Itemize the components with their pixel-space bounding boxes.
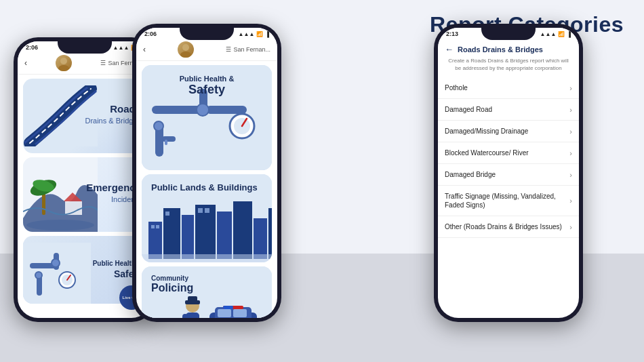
svg-point-26 [197, 104, 209, 116]
back-button-1[interactable]: ‹ [24, 58, 27, 68]
chevron-other: › [569, 223, 572, 231]
svg-point-19 [182, 44, 189, 51]
notch-1 [58, 41, 112, 54]
svg-point-14 [52, 259, 60, 267]
pipe-illustration-small [23, 243, 91, 304]
list-item-pothole[interactable]: Pothole › [438, 77, 579, 99]
signal-icon-2: ▲▲▲ [239, 31, 255, 37]
location-2: ☰ San Fernan... [226, 46, 270, 53]
svg-rect-34 [148, 222, 162, 259]
svg-rect-32 [165, 140, 167, 145]
time-2: 2:06 [144, 31, 157, 37]
svg-rect-46 [205, 208, 209, 213]
card-lands[interactable]: Public Lands & Buildings [142, 174, 272, 262]
back-button-2[interactable]: ‹ [143, 45, 146, 54]
list-item-watercourse[interactable]: Blocked Watercourse/ River › [438, 142, 579, 164]
card-community-title: Community Policing [151, 275, 193, 294]
svg-point-1 [58, 65, 69, 71]
chevron-pothole: › [569, 84, 572, 92]
svg-rect-10 [23, 243, 91, 304]
svg-rect-58 [233, 309, 247, 317]
svg-point-0 [60, 58, 67, 64]
phone-3-inner: 2:13 ▲▲▲ 📶 ▐ ← Roads Drains & Bridges Cr… [438, 28, 579, 318]
svg-point-20 [180, 52, 191, 58]
svg-rect-44 [165, 212, 169, 216]
chevron-signage: › [569, 197, 572, 205]
svg-point-27 [154, 121, 163, 131]
menu-icon-1: ☰ [100, 60, 106, 66]
app-header-2: ‹ ☰ San Fernan... [136, 39, 277, 61]
svg-rect-47 [142, 254, 272, 262]
signal-icon: ▲▲▲ [113, 45, 129, 51]
svg-rect-45 [198, 208, 203, 213]
chevron-damaged-road: › [569, 106, 572, 114]
svg-rect-39 [233, 201, 252, 259]
svg-rect-42 [151, 225, 155, 228]
chevron-bridge: › [569, 171, 572, 179]
svg-rect-8 [65, 201, 82, 215]
phone-3: 2:13 ▲▲▲ 📶 ▐ ← Roads Drains & Bridges Cr… [434, 24, 583, 322]
notch-2 [180, 28, 234, 40]
phone-2: 2:06 ▲▲▲ 📶 ▐ ‹ ☰ San Fernan... [132, 24, 281, 322]
list-item-drainage[interactable]: Damaged/Missing Drainage › [438, 121, 579, 142]
wifi-icon-3: 📶 [558, 31, 565, 37]
svg-point-15 [35, 272, 42, 279]
svg-rect-31 [162, 136, 176, 142]
list-item-other[interactable]: Other (Roads Drains & Bridges Issues) › [438, 216, 579, 238]
svg-rect-38 [217, 212, 232, 259]
battery-icon-2: ▐ [265, 31, 269, 37]
avatar-2 [178, 41, 194, 58]
menu-icon-2: ☰ [226, 46, 231, 53]
list-item-damaged-road[interactable]: Damaged Road › [438, 99, 579, 121]
svg-rect-57 [218, 309, 231, 317]
list-item-bridge[interactable]: Damaged Bridge › [438, 164, 579, 186]
list-item-signage[interactable]: Traffic Signage (Missing, Vandalized, Fa… [438, 186, 579, 216]
card-health-big-title: Public Health & Safety [180, 75, 235, 97]
detail-header: ← Roads Drains & Bridges [438, 39, 579, 57]
notch-3 [481, 28, 536, 40]
chevron-drainage: › [569, 127, 572, 136]
svg-rect-68 [188, 296, 197, 302]
signal-icon-3: ▲▲▲ [540, 31, 557, 37]
svg-rect-40 [254, 218, 267, 259]
status-icons-3: ▲▲▲ 📶 ▐ [540, 31, 571, 37]
avatar-1 [56, 55, 72, 71]
svg-rect-43 [156, 225, 159, 228]
wifi-icon-2: 📶 [256, 31, 263, 37]
time-1: 2:06 [26, 44, 38, 51]
back-arrow-3[interactable]: ← [445, 44, 454, 54]
detail-subtitle: Create a Roads Drains & Bridges report w… [438, 57, 579, 77]
svg-rect-36 [182, 215, 194, 259]
detail-header-title: Roads Drains & Bridges [458, 45, 543, 54]
svg-rect-41 [268, 208, 272, 259]
card-community[interactable]: Community Policing [142, 266, 272, 318]
svg-rect-35 [163, 208, 180, 259]
card-emergency[interactable]: Emergency Incidents [23, 157, 146, 232]
time-3: 2:13 [446, 31, 458, 37]
card-health-big[interactable]: Public Health & Safety [142, 65, 272, 170]
status-icons-2: ▲▲▲ 📶 ▐ [239, 31, 269, 37]
card-lands-title: Public Lands & Buildings [151, 182, 258, 193]
card-roads[interactable]: Roads Drains & Bridges [23, 79, 146, 153]
chevron-watercourse: › [569, 149, 572, 157]
svg-rect-60 [223, 306, 233, 309]
battery-icon-3: ▐ [567, 31, 571, 37]
phone-2-inner: 2:06 ▲▲▲ 📶 ▐ ‹ ☰ San Fernan... [136, 28, 277, 318]
svg-rect-25 [206, 106, 247, 114]
